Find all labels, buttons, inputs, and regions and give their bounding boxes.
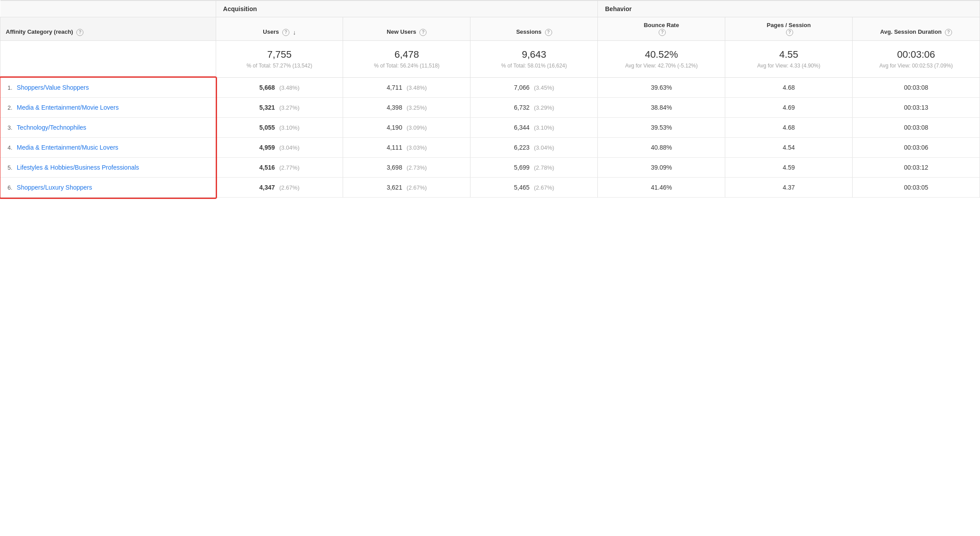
bounce-rate-cell: 41.46% (598, 178, 725, 198)
users-pct: (3.27%) (279, 104, 300, 111)
totals-new-users-cell: 6,478 % of Total: 56.24% (11,518) (343, 40, 470, 78)
bounce-rate-label: Bounce Rate (644, 22, 679, 28)
avg-session-cell: 00:03:06 (853, 138, 980, 158)
row-rank: 1. (8, 84, 12, 91)
sessions-pct: (3.45%) (534, 84, 554, 91)
users-pct: (3.04%) (279, 144, 300, 151)
row-rank: 4. (8, 144, 12, 151)
new-users-cell: 4,398 (3.25%) (343, 98, 470, 118)
avg-session-cell: 00:03:05 (853, 178, 980, 198)
new-users-pct: (2.73%) (407, 164, 427, 171)
category-link[interactable]: Media & Entertainment/Movie Lovers (17, 104, 119, 111)
new-users-value: 4,398 (387, 104, 402, 111)
totals-pages-value: 4.55 (731, 49, 847, 60)
totals-bounce-cell: 40.52% Avg for View: 42.70% (-5.12%) (598, 40, 725, 78)
sessions-pct: (3.29%) (534, 104, 554, 111)
pages-session-value: 4.68 (782, 124, 794, 131)
column-header-row: Affinity Category (reach) ? Users ? ↓ Ne… (0, 17, 980, 41)
section-header-row: Acquisition Behavior (0, 0, 980, 17)
sessions-value: 6,223 (514, 144, 530, 151)
totals-avg-session-cell: 00:03:06 Avg for View: 00:02:53 (7.09%) (853, 40, 980, 78)
new-users-pct: (3.09%) (407, 124, 427, 131)
pages-session-cell: 4.59 (725, 158, 853, 178)
analytics-table-container: Acquisition Behavior Affinity Category (… (0, 0, 980, 198)
category-link[interactable]: Media & Entertainment/Music Lovers (17, 144, 119, 151)
totals-avg-session-sub: Avg for View: 00:02:53 (7.09%) (858, 62, 974, 70)
pages-session-value: 4.59 (782, 164, 794, 171)
new-users-pct: (2.67%) (407, 184, 427, 191)
new-users-value: 4,190 (387, 124, 402, 131)
users-pct: (3.10%) (279, 124, 300, 131)
totals-users-cell: 7,755 % of Total: 57.27% (13,542) (216, 40, 343, 78)
table-row: 4.Media & Entertainment/Music Lovers4,95… (0, 138, 980, 158)
pages-session-cell: 4.37 (725, 178, 853, 198)
new-users-cell: 4,111 (3.03%) (343, 138, 470, 158)
new-users-value: 3,698 (387, 164, 402, 171)
new-users-help-icon[interactable]: ? (419, 29, 427, 36)
bounce-rate-value: 39.09% (651, 164, 672, 171)
avg-session-column-header: Avg. Session Duration ? (853, 17, 980, 41)
row-rank: 3. (8, 124, 12, 131)
totals-sessions-sub: % of Total: 58.01% (16,624) (476, 62, 592, 70)
users-value: 4,347 (259, 184, 275, 191)
users-cell: 4,959 (3.04%) (216, 138, 343, 158)
sessions-pct: (3.10%) (534, 124, 554, 131)
pages-session-value: 4.68 (782, 84, 794, 91)
category-link[interactable]: Shoppers/Value Shoppers (17, 84, 89, 91)
bounce-rate-value: 39.53% (651, 124, 672, 131)
users-value: 5,321 (259, 104, 275, 111)
users-pct: (2.67%) (279, 184, 300, 191)
avg-session-help-icon[interactable]: ? (945, 29, 952, 36)
users-value: 4,516 (259, 164, 275, 171)
bounce-rate-cell: 40.88% (598, 138, 725, 158)
users-value: 5,668 (259, 84, 275, 91)
users-cell: 4,516 (2.77%) (216, 158, 343, 178)
avg-session-value: 00:03:08 (904, 84, 929, 91)
totals-users-sub: % of Total: 57.27% (13,542) (221, 62, 338, 70)
totals-sessions-cell: 9,643 % of Total: 58.01% (16,624) (470, 40, 598, 78)
category-link[interactable]: Lifestyles & Hobbies/Business Profession… (17, 164, 139, 171)
users-sort-icon[interactable]: ↓ (293, 29, 296, 36)
totals-pages-sub: Avg for View: 4.33 (4.90%) (731, 62, 847, 70)
sessions-help-icon[interactable]: ? (545, 29, 552, 36)
sessions-pct: (3.04%) (534, 144, 554, 151)
users-value: 4,959 (259, 144, 275, 151)
pages-session-help-icon[interactable]: ? (786, 29, 793, 36)
avg-session-label: Avg. Session Duration (880, 28, 941, 35)
totals-avg-session-value: 00:03:06 (858, 49, 974, 60)
sessions-cell: 5,465 (2.67%) (470, 178, 598, 198)
users-cell: 4,347 (2.67%) (216, 178, 343, 198)
totals-new-users-sub: % of Total: 56.24% (11,518) (348, 62, 465, 70)
users-help-icon[interactable]: ? (282, 29, 289, 36)
sessions-value: 6,344 (514, 124, 530, 131)
category-link[interactable]: Shoppers/Luxury Shoppers (17, 184, 92, 191)
bounce-rate-cell: 39.53% (598, 118, 725, 138)
totals-category-cell (0, 40, 216, 78)
category-help-icon[interactable]: ? (76, 29, 83, 36)
totals-sessions-value: 9,643 (476, 49, 592, 60)
sessions-value: 5,699 (514, 164, 530, 171)
avg-session-cell: 00:03:13 (853, 98, 980, 118)
avg-session-value: 00:03:05 (904, 184, 929, 191)
sessions-cell: 7,066 (3.45%) (470, 78, 598, 98)
sessions-cell: 6,732 (3.29%) (470, 98, 598, 118)
new-users-cell: 3,698 (2.73%) (343, 158, 470, 178)
new-users-column-header: New Users ? (343, 17, 470, 41)
avg-session-value: 00:03:13 (904, 104, 929, 111)
pages-session-cell: 4.68 (725, 118, 853, 138)
table-row: 1.Shoppers/Value Shoppers5,668 (3.48%)4,… (0, 78, 980, 98)
totals-users-value: 7,755 (221, 49, 338, 60)
bounce-rate-help-icon[interactable]: ? (659, 29, 666, 36)
sessions-pct: (2.78%) (534, 164, 554, 171)
category-link[interactable]: Technology/Technophiles (17, 124, 86, 131)
new-users-pct: (3.25%) (407, 104, 427, 111)
bounce-rate-value: 41.46% (651, 184, 672, 191)
avg-session-cell: 00:03:12 (853, 158, 980, 178)
table-row: 2.Media & Entertainment/Movie Lovers5,32… (0, 98, 980, 118)
new-users-pct: (3.48%) (407, 84, 427, 91)
new-users-cell: 4,190 (3.09%) (343, 118, 470, 138)
bounce-rate-value: 38.84% (651, 104, 672, 111)
category-cell-1: 1.Shoppers/Value Shoppers (0, 78, 216, 98)
bounce-rate-cell: 39.09% (598, 158, 725, 178)
totals-row: 7,755 % of Total: 57.27% (13,542) 6,478 … (0, 40, 980, 78)
